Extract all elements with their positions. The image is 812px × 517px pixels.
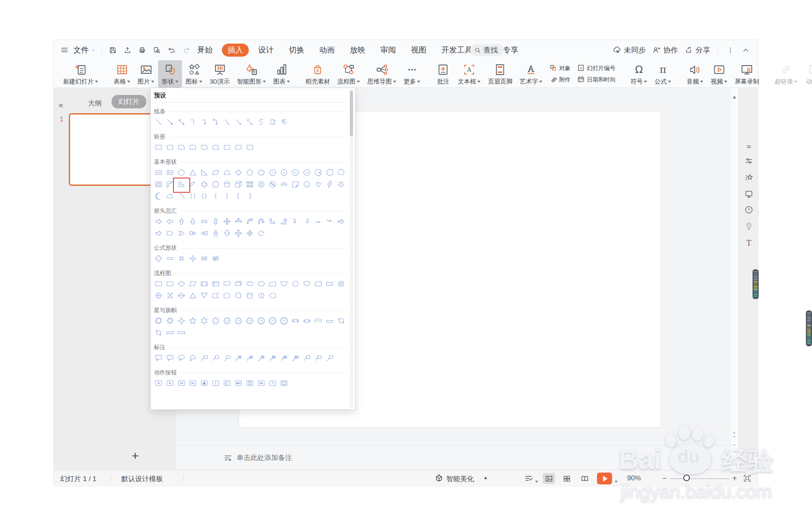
shape-decision[interactable]: [177, 279, 186, 288]
shape-data[interactable]: [188, 279, 197, 288]
save-icon[interactable]: [108, 45, 118, 55]
shape-notched-right-arrow[interactable]: [154, 229, 163, 238]
shape-star-32[interactable]: 32: [279, 317, 288, 326]
toolbar-item-表格[interactable]: 表格: [110, 60, 134, 88]
shape-magnetic-disk[interactable]: [245, 291, 254, 300]
shape-line-callout-3[interactable]: [222, 354, 231, 363]
shape-dodecagon[interactable]: 12: [302, 168, 311, 177]
shape-wave[interactable]: [165, 328, 174, 337]
shape-curved-ribbon-2[interactable]: [325, 317, 334, 326]
toolbar-item-新建幻灯片[interactable]: 新建幻灯片: [59, 60, 102, 88]
shape-round-diagonal-2[interactable]: [245, 143, 254, 152]
shape-sun[interactable]: [336, 180, 345, 189]
shape-action-sound[interactable]: [257, 379, 266, 388]
undo-icon[interactable]: [167, 45, 176, 55]
shape-star-8[interactable]: 8: [222, 317, 231, 326]
shape-star-10[interactable]: 10: [234, 317, 243, 326]
shape-elbow[interactable]: [188, 118, 197, 127]
toolbar-item-文本框[interactable]: A 文本框: [454, 60, 484, 88]
shape-round-same-side[interactable]: [188, 143, 197, 152]
shape-arrow-up[interactable]: [177, 217, 186, 226]
shape-star-6[interactable]: [200, 317, 208, 326]
shape-action-back[interactable]: [154, 379, 163, 388]
toolbar-item-图标[interactable]: 图标: [182, 60, 206, 88]
toolbar-item-对象[interactable]: 对象: [549, 64, 571, 73]
shape-octagon[interactable]: 8: [279, 168, 288, 177]
toolbar-item-更多[interactable]: 更多: [400, 60, 424, 88]
shape-accent-filled-2[interactable]: [279, 354, 288, 363]
menu-tab-视图[interactable]: 视图: [405, 44, 432, 57]
shape-accent-filled-3[interactable]: [291, 354, 300, 363]
shape-rect[interactable]: [154, 143, 163, 152]
shape-frame[interactable]: [154, 180, 163, 189]
shape-curved-left-arrow[interactable]: [302, 217, 311, 226]
shape-down-arrow-big[interactable]: [222, 229, 231, 238]
shape-arrow-up-down[interactable]: [211, 217, 220, 226]
shape-action-document[interactable]: [245, 379, 254, 388]
shape-terminator[interactable]: [245, 279, 254, 288]
shape-accent-filled-1[interactable]: [268, 354, 277, 363]
shape-collate[interactable]: [165, 291, 174, 300]
toolbar-item-稻壳素材[interactable]: 稻壳素材: [302, 60, 334, 88]
scroll-down-icon[interactable]: ⌄: [732, 441, 736, 447]
shape-card[interactable]: [314, 279, 323, 288]
shape-arrow-quad[interactable]: [222, 217, 231, 226]
shape-elbow-arrow[interactable]: [200, 118, 208, 127]
shape-not-equal[interactable]: [211, 254, 220, 263]
shape-multiply[interactable]: [177, 254, 186, 263]
toolbar-item-图表[interactable]: 图表: [270, 60, 294, 88]
toolbar-item-幻灯片编号[interactable]: #幻灯片编号: [577, 64, 615, 73]
shape-bevel[interactable]: [245, 180, 254, 189]
shape-parallelogram[interactable]: [211, 168, 220, 177]
shape-punched-tape[interactable]: [325, 279, 334, 288]
shape-diamond[interactable]: [234, 168, 243, 177]
shape-predefined-process[interactable]: [200, 279, 208, 288]
shape-striped-right-arrow[interactable]: [336, 217, 345, 226]
zoom-out-button[interactable]: −: [662, 474, 667, 483]
hamburger-menu-icon[interactable]: [59, 45, 69, 55]
slideshow-play-button[interactable]: [597, 473, 612, 484]
shape-action-home[interactable]: [200, 379, 208, 388]
beautify-button[interactable]: 智能美化: [446, 474, 474, 484]
shape-action-movie[interactable]: [234, 379, 243, 388]
shape-sequential-access[interactable]: [234, 291, 243, 300]
shape-document[interactable]: [222, 279, 231, 288]
toolbar-item-符号[interactable]: Ω 符号: [627, 60, 651, 88]
shape-chord[interactable]: [336, 168, 345, 177]
menu-tab-放映[interactable]: 放映: [344, 44, 371, 57]
shape-bent-arrow[interactable]: [245, 217, 254, 226]
shape-smiley[interactable]: [302, 180, 311, 189]
shape-right-arrow-callout[interactable]: [188, 229, 197, 238]
shape-star-24[interactable]: 24: [268, 317, 277, 326]
shape-round-diagonal[interactable]: [234, 143, 243, 152]
shape-double-bracket[interactable]: [188, 192, 197, 201]
shape-curved-ribbon[interactable]: [314, 317, 323, 326]
shape-line-arrow[interactable]: [165, 118, 174, 127]
print-icon[interactable]: [137, 45, 147, 55]
shape-vertical-scroll[interactable]: [336, 317, 345, 326]
shape-star-7[interactable]: [211, 317, 220, 326]
menu-tab-开始[interactable]: 开始: [191, 44, 218, 57]
right-strip-loop-icon[interactable]: [744, 189, 754, 198]
shape-right-brace[interactable]: [245, 192, 254, 201]
toolbar-item-音频[interactable]: 音频: [683, 60, 707, 88]
shape-summing-junction[interactable]: [336, 279, 345, 288]
shape-snip-diagonal[interactable]: [200, 143, 208, 152]
shape-circular-arrow[interactable]: [257, 229, 266, 238]
tab-slides[interactable]: 幻灯片: [112, 95, 146, 108]
shape-preparation[interactable]: [257, 279, 266, 288]
shape-folded-corner[interactable]: [291, 180, 300, 189]
shape-accent-callout-2[interactable]: [245, 354, 254, 363]
shape-curve-arrow2[interactable]: [245, 118, 254, 127]
shape-minus[interactable]: [165, 254, 174, 263]
shape-or[interactable]: [154, 291, 163, 300]
shape-star-5[interactable]: [188, 317, 197, 326]
shape-teardrop[interactable]: [325, 168, 334, 177]
shape-curve-arrow[interactable]: [234, 118, 243, 127]
shape-multidocument[interactable]: [234, 279, 243, 288]
toolbar-item-日期和时间[interactable]: 日期和时间: [577, 75, 615, 84]
shape-cube[interactable]: [234, 180, 243, 189]
shape-vertical-text-box[interactable]: A: [165, 168, 174, 177]
toolbar-item-形状[interactable]: 形状: [158, 60, 182, 88]
collapse-ribbon-icon[interactable]: [741, 45, 751, 55]
